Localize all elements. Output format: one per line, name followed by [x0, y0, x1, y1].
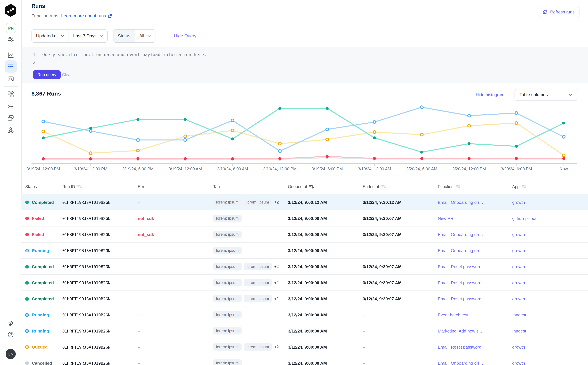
chart-point-failed[interactable] — [184, 157, 187, 160]
sort-icon[interactable] — [456, 184, 460, 189]
chart-point-completed[interactable] — [373, 136, 376, 139]
chart-point-running[interactable] — [515, 112, 518, 114]
app-link[interactable]: growth — [512, 296, 525, 301]
chart-point-running[interactable] — [278, 150, 281, 153]
table-row[interactable]: Running 01HRPT19RJSA1019B2GN – lorem: ip… — [21, 323, 588, 339]
app-link[interactable]: growth — [512, 264, 525, 269]
chart-point-queued[interactable] — [515, 122, 518, 124]
hide-histogram-link[interactable]: Hide histogram — [476, 92, 504, 97]
chart-point-queued[interactable] — [184, 135, 187, 138]
chart-point-queued[interactable] — [373, 131, 376, 133]
chart-point-running[interactable] — [562, 135, 565, 138]
learn-more-link[interactable]: Learn more about runs — [61, 14, 112, 18]
function-link[interactable]: Email: Reset password — [438, 264, 481, 269]
filters-icon[interactable] — [7, 36, 14, 43]
chart-point-queued[interactable] — [231, 129, 234, 132]
apps-icon[interactable] — [7, 91, 14, 98]
chart-point-queued[interactable] — [42, 130, 45, 133]
event-search-icon[interactable] — [7, 76, 14, 82]
chart-point-queued[interactable] — [137, 149, 139, 152]
chart-point-queued[interactable] — [326, 138, 328, 141]
chart-point-failed[interactable] — [515, 157, 518, 160]
clear-query-button[interactable]: Clear — [62, 70, 72, 79]
table-row[interactable]: Cancelled 01HRPT19RJSA1019B2GN – lorem: … — [21, 355, 588, 365]
app-link[interactable]: growth — [512, 361, 525, 365]
hide-query-link[interactable]: Hide Query — [174, 34, 196, 38]
function-link[interactable]: Email: Onboarding dri… — [438, 361, 483, 365]
inngest-logo-icon[interactable] — [4, 4, 17, 17]
environment-badge[interactable]: PR — [6, 23, 16, 33]
table-row[interactable]: Failed 01HRPT19RJSA1019B2GN not_sdk lore… — [21, 211, 588, 226]
chart-point-running[interactable] — [137, 139, 139, 141]
chart-point-running[interactable] — [231, 119, 234, 122]
function-link[interactable]: Event batch test — [438, 312, 468, 317]
chart-point-failed[interactable] — [231, 157, 234, 160]
chart-point-completed[interactable] — [420, 151, 423, 154]
help-icon[interactable] — [7, 331, 14, 338]
function-link[interactable]: Email: Reset password — [438, 345, 481, 350]
app-link[interactable]: growth — [512, 280, 525, 285]
chart-point-queued[interactable] — [562, 154, 565, 157]
chart-point-running[interactable] — [468, 114, 471, 117]
chart-point-running[interactable] — [184, 139, 187, 141]
chart-point-failed[interactable] — [137, 157, 139, 160]
table-row[interactable]: Running 01HRPT19RJSA1019B2GN – lorem: ip… — [21, 307, 588, 323]
sidebar-item-runs[interactable] — [5, 60, 17, 72]
chart-point-completed[interactable] — [562, 122, 565, 125]
chart-point-running[interactable] — [42, 120, 45, 123]
chart-point-completed[interactable] — [468, 142, 471, 145]
table-row[interactable]: Completed 01HRPT19RJSA1019B2GN – lorem: … — [21, 194, 588, 211]
chart-point-queued[interactable] — [420, 133, 423, 136]
dev-server-icon[interactable] — [7, 320, 14, 327]
table-row[interactable]: Failed 01HRPT19RJSA1019B2GN not_sdk lore… — [21, 226, 588, 243]
chart-point-completed[interactable] — [89, 127, 92, 130]
chart-point-failed[interactable] — [42, 157, 45, 160]
chart-point-failed[interactable] — [373, 157, 376, 160]
column-header-app[interactable]: App — [512, 184, 588, 189]
chart-point-failed[interactable] — [89, 157, 92, 160]
table-columns-dropdown[interactable]: Table columns — [514, 89, 577, 101]
app-link[interactable]: growth — [512, 345, 525, 350]
chart-point-queued[interactable] — [278, 142, 281, 145]
function-link[interactable]: Email: Onboarding dri… — [438, 200, 483, 205]
chart-point-failed[interactable] — [326, 155, 328, 158]
chart-point-failed[interactable] — [278, 157, 281, 160]
chart-point-failed[interactable] — [562, 157, 565, 160]
query-editor[interactable]: 1 Query specific function data and event… — [22, 47, 588, 83]
chart-point-completed[interactable] — [184, 118, 187, 121]
sort-icon[interactable] — [381, 184, 386, 189]
time-range-dropdown[interactable]: Last 3 Days — [68, 29, 107, 42]
chart-point-queued[interactable] — [89, 152, 92, 154]
column-header-queued-at[interactable]: Queued at — [288, 184, 363, 189]
sort-field-dropdown[interactable]: Updated at — [32, 29, 68, 42]
chart-point-completed[interactable] — [137, 118, 139, 121]
function-link[interactable]: Email: Reset password — [438, 296, 481, 301]
chart-point-completed[interactable] — [326, 107, 328, 110]
table-row[interactable]: Completed 01HRPT19RJSA1019B2GN – lorem: … — [21, 259, 588, 275]
app-link[interactable]: growth — [512, 232, 525, 237]
column-header-function[interactable]: Function — [438, 184, 512, 189]
app-link[interactable]: Inngest — [512, 312, 526, 317]
user-avatar[interactable]: CN — [6, 349, 16, 359]
column-header-run-id[interactable]: Run ID — [62, 184, 138, 189]
run-query-button[interactable]: Run query — [33, 70, 61, 79]
table-row[interactable]: Running 01HRPT19RJSA1019B2GN – lorem: ip… — [21, 243, 588, 259]
app-link[interactable]: growth — [512, 200, 525, 205]
chart-point-completed[interactable] — [42, 136, 45, 139]
status-filter-dropdown[interactable]: All — [135, 29, 155, 42]
chart-point-completed[interactable] — [278, 107, 281, 110]
app-link[interactable]: Inngest — [512, 329, 526, 333]
sort-icon[interactable] — [309, 184, 314, 189]
table-row[interactable]: Completed 01HRPT19RJSA1019B2GN – lorem: … — [21, 291, 588, 307]
chart-point-failed[interactable] — [420, 157, 423, 160]
chart-point-failed[interactable] — [468, 157, 471, 160]
app-link[interactable]: growth — [512, 248, 525, 253]
function-link[interactable]: Marketing: Add new si… — [438, 329, 484, 333]
refresh-runs-button[interactable]: Refresh runs — [538, 7, 580, 17]
column-header-ended-at[interactable]: Ended at — [363, 184, 438, 189]
chart-point-queued[interactable] — [468, 124, 471, 127]
chart-point-completed[interactable] — [231, 138, 234, 140]
sort-icon[interactable] — [77, 184, 82, 189]
chart-point-running[interactable] — [373, 121, 376, 123]
chart-point-running[interactable] — [420, 106, 423, 109]
